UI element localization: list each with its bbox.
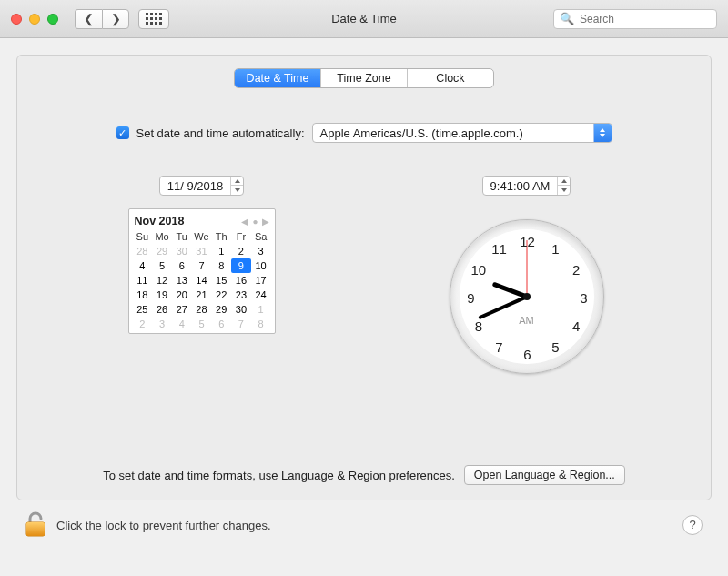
calendar-day[interactable]: 17 [251,273,271,288]
open-language-region-button[interactable]: Open Language & Region... [464,465,625,485]
time-column: 9:41:00 AM AM 121234567891011 [364,176,689,374]
chevron-right-icon: ❯ [111,12,121,25]
calendar-day[interactable]: 9 [231,258,251,273]
calendar-day[interactable]: 26 [152,302,172,317]
calendar-day[interactable]: 5 [192,317,212,331]
calendar-day[interactable]: 24 [251,288,271,302]
calendar-day[interactable]: 28 [133,244,153,258]
back-button[interactable]: ❮ [75,9,102,29]
calendar-day[interactable]: 29 [152,244,172,258]
calendar-day[interactable]: 7 [231,317,251,331]
calendar-day[interactable]: 29 [211,302,231,317]
calendar-day[interactable]: 2 [231,244,251,258]
clock-number: 7 [495,339,502,354]
auto-time-checkbox[interactable]: ✓ [116,126,129,139]
grid-icon [146,13,162,25]
time-field-value: 9:41:00 AM [483,179,558,193]
analog-clock: AM 121234567891011 [450,219,604,374]
calendar-day[interactable]: 6 [172,258,192,273]
calendar-today-icon[interactable]: ● [252,217,258,227]
calendar-day[interactable]: 15 [211,273,231,288]
search-input[interactable] [578,12,711,26]
calendar-dow: Sa [251,229,271,244]
date-step-down[interactable] [231,186,243,195]
calendar-day[interactable]: 22 [211,288,231,302]
calendar-day[interactable]: 19 [152,288,172,302]
date-field-value: 11/ 9/2018 [160,179,230,193]
calendar-day[interactable]: 25 [133,302,153,317]
calendar-day[interactable]: 28 [192,302,212,317]
calendar-day[interactable]: 4 [133,258,153,273]
calendar-day[interactable]: 3 [251,244,271,258]
calendar-day[interactable]: 16 [231,273,251,288]
footer: Click the lock to prevent further change… [0,500,728,539]
calendar-day[interactable]: 27 [172,302,192,317]
calendar-day[interactable]: 1 [211,244,231,258]
time-step-up[interactable] [558,177,570,186]
show-all-prefs-button[interactable] [138,9,169,29]
date-stepper[interactable]: 11/ 9/2018 [159,176,244,196]
svg-rect-1 [26,522,45,536]
clock-number: 8 [475,318,482,334]
calendar-day[interactable]: 21 [192,288,212,302]
lock-icon[interactable] [24,511,47,539]
calendar-day[interactable]: 18 [133,288,153,302]
calendar-dow: We [192,229,212,244]
tab-date-time[interactable]: Date & Time [235,69,321,87]
calendar-day[interactable]: 8 [251,317,271,331]
calendar-day[interactable]: 2 [133,317,153,331]
calendar-dow: Mo [152,229,172,244]
calendar-day[interactable]: 10 [251,258,271,273]
calendar-day[interactable]: 30 [172,244,192,258]
lock-block: Click the lock to prevent further change… [24,511,271,539]
calendar-grid: SuMoTuWeThFrSa28293031123456789101112131… [133,229,271,331]
calendar-day[interactable]: 7 [192,258,212,273]
calendar-dow: Su [133,229,153,244]
calendar-day[interactable]: 4 [172,317,192,331]
date-step-up[interactable] [231,177,243,186]
clock-number: 6 [523,347,531,362]
calendar-day[interactable]: 20 [172,288,192,302]
calendar-day[interactable]: 5 [152,258,172,273]
calendar-dow: Tu [172,229,192,244]
calendar-nav: ◀ ● ▶ [241,217,268,227]
help-button[interactable]: ? [682,515,703,535]
chevron-left-icon: ❮ [84,12,94,25]
close-window-button[interactable] [11,14,22,25]
calendar-day[interactable]: 11 [133,273,153,288]
date-stepper-buttons [230,177,243,195]
clock-number: 11 [491,241,507,257]
clock-pivot [523,293,531,300]
calendar-header: Nov 2018 ◀ ● ▶ [133,213,271,229]
calendar-day[interactable]: 13 [172,273,192,288]
clock-number: 1 [551,241,559,257]
tab-clock[interactable]: Clock [408,69,493,87]
calendar-day[interactable]: 1 [251,302,271,317]
calendar-day[interactable]: 23 [231,288,251,302]
calendar-dow: Fr [231,229,251,244]
time-server-select[interactable]: Apple Americas/U.S. (time.apple.com.) [312,123,612,143]
zoom-window-button[interactable] [47,14,58,25]
calendar-day[interactable]: 3 [152,317,172,331]
forward-button[interactable]: ❯ [102,9,129,29]
calendar-prev-icon[interactable]: ◀ [241,217,248,227]
clock-number: 5 [551,339,559,354]
clock-number: 12 [520,234,535,249]
calendar-day[interactable]: 12 [152,273,172,288]
calendar-next-icon[interactable]: ▶ [262,217,269,227]
search-field-wrap[interactable]: 🔍 [553,9,717,29]
calendar-day[interactable]: 31 [192,244,212,258]
time-step-down[interactable] [558,186,570,195]
calendar-day[interactable]: 14 [192,273,212,288]
calendar-title: Nov 2018 [135,215,185,227]
dropdown-arrow-icon [593,124,612,142]
calendar-day[interactable]: 6 [211,317,231,331]
time-stepper[interactable]: 9:41:00 AM [482,176,571,196]
traffic-lights [11,14,58,25]
calendar-day[interactable]: 30 [231,302,251,317]
minimize-window-button[interactable] [29,14,40,25]
calendar-day[interactable]: 8 [211,258,231,273]
auto-time-label: Set date and time automatically: [136,126,305,140]
tab-time-zone[interactable]: Time Zone [321,69,408,87]
calendar-dow: Th [211,229,231,244]
